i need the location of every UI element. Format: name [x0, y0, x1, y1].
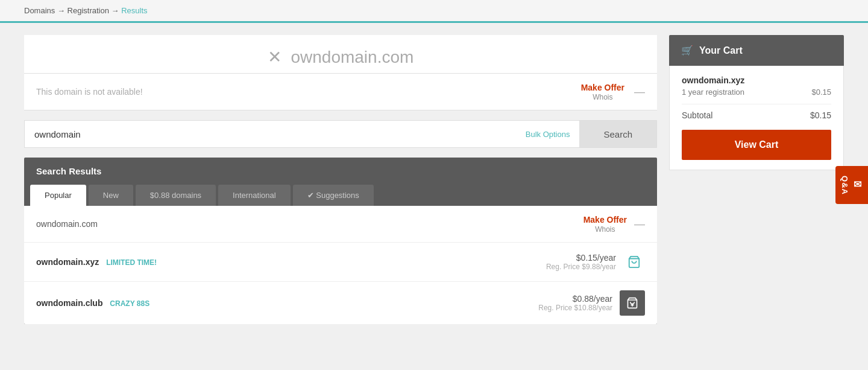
tab-088domains[interactable]: $0.88 domains: [136, 185, 216, 206]
search-results-box: Search Results Popular New $0.88 domains…: [24, 158, 657, 324]
tab-international[interactable]: International: [218, 185, 291, 206]
domain-name-club: owndomain.club CRAZY 88S: [36, 298, 149, 308]
breadcrumb-results[interactable]: Results: [121, 6, 147, 15]
domain-name: owndomain.com: [36, 219, 98, 229]
result-right-club: $0.88/year Reg. Price $10.88/year: [538, 290, 645, 316]
cart-title: Your Cart: [699, 45, 743, 56]
result-minus-icon[interactable]: —: [634, 218, 645, 231]
x-mark-icon: ✕: [268, 48, 281, 66]
bulk-options-link[interactable]: Bulk Options: [516, 130, 580, 139]
price-reg-club: Reg. Price $10.88/year: [538, 304, 612, 312]
price-reg-xyz: Reg. Price $9.88/year: [546, 263, 616, 271]
cart-body: owndomain.xyz 1 year registration $0.15 …: [669, 66, 844, 170]
table-row: owndomain.xyz LIMITED TIME! $0.15/year R…: [24, 243, 657, 282]
cart-item-name: owndomain.xyz: [682, 75, 831, 85]
make-offer-result-block: Make Offer Whois: [583, 214, 627, 234]
whois-result-label: Whois: [583, 225, 627, 234]
result-right-xyz: $0.15/year Reg. Price $9.88/year: [546, 251, 645, 273]
table-row: owndomain.com Make Offer Whois —: [24, 206, 657, 243]
cart-item-price: $0.15: [811, 88, 831, 97]
subtotal-label: Subtotal: [682, 110, 712, 120]
domain-header-text: owndomain.com: [291, 48, 414, 66]
domain-name-xyz: owndomain.xyz LIMITED TIME!: [36, 257, 157, 267]
tab-new[interactable]: New: [89, 185, 133, 206]
cart-item-desc: 1 year registration: [682, 88, 744, 97]
view-cart-button[interactable]: View Cart: [682, 130, 831, 160]
crazy-badge: CRAZY 88S: [110, 299, 149, 308]
price-block-club: $0.88/year Reg. Price $10.88/year: [538, 294, 612, 312]
cart-sidebar: 🛒 Your Cart owndomain.xyz 1 year registr…: [669, 35, 844, 324]
price-main-xyz: $0.15/year: [546, 253, 616, 263]
subtotal-value: $0.15: [810, 110, 831, 120]
price-block-xyz: $0.15/year Reg. Price $9.88/year: [546, 253, 616, 271]
breadcrumb-arrow1: →: [57, 6, 65, 15]
qa-icon: ✉: [852, 179, 863, 191]
unavailable-bar: This domain is not available! Make Offer…: [24, 74, 657, 110]
qa-label: Q&A: [840, 176, 849, 195]
tabs-container: Popular New $0.88 domains International …: [24, 185, 657, 206]
make-offer-link[interactable]: Make Offer: [581, 83, 624, 92]
make-offer-block: Make Offer Whois: [581, 82, 624, 101]
domain-header: ✕ owndomain.com: [24, 35, 657, 74]
tab-suggestions[interactable]: ✔ Suggestions: [293, 185, 374, 206]
breadcrumb-part1: Domains: [24, 6, 55, 15]
table-row: owndomain.club CRAZY 88S $0.88/year Reg.…: [24, 282, 657, 324]
limited-badge: LIMITED TIME!: [106, 258, 157, 267]
unavailable-actions: Make Offer Whois —: [581, 82, 645, 101]
breadcrumb-arrow2: →: [112, 6, 119, 15]
whois-label: Whois: [581, 93, 624, 101]
unavailable-notice: This domain is not available!: [36, 87, 143, 97]
subtotal-row: Subtotal $0.15: [682, 110, 831, 120]
cart-item-row: 1 year registration $0.15: [682, 88, 831, 97]
add-to-cart-icon[interactable]: [620, 290, 645, 316]
tab-popular[interactable]: Popular: [30, 185, 86, 206]
make-offer-result-link[interactable]: Make Offer: [583, 215, 627, 225]
breadcrumb: Domains → Registration → Results: [0, 0, 868, 23]
minus-icon[interactable]: —: [634, 86, 645, 98]
qa-tab[interactable]: ✉ Q&A: [835, 166, 868, 205]
search-results-title: Search Results: [24, 158, 657, 185]
search-input[interactable]: [25, 121, 516, 147]
result-right: Make Offer Whois —: [583, 214, 645, 234]
price-main-club: $0.88/year: [538, 294, 612, 304]
cart-in-cart-icon[interactable]: [623, 251, 645, 273]
breadcrumb-part2: Registration: [68, 6, 109, 15]
search-button[interactable]: Search: [579, 121, 656, 147]
cart-header: 🛒 Your Cart: [669, 35, 844, 66]
search-bar: Bulk Options Search: [24, 120, 657, 148]
results-list: owndomain.com Make Offer Whois — owndoma…: [24, 206, 657, 324]
cart-divider: [682, 104, 831, 104]
content-area: ✕ owndomain.com This domain is not avail…: [24, 35, 657, 324]
cart-icon: 🛒: [681, 45, 693, 56]
